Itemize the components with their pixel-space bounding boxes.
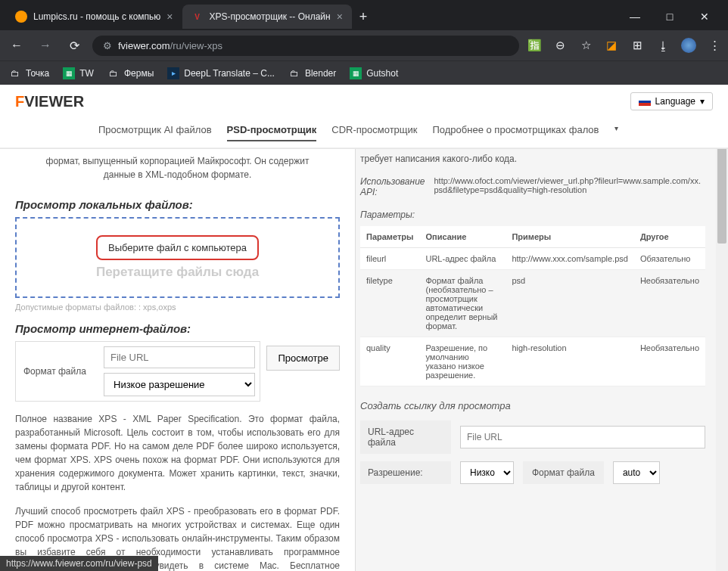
main-left-column: формат, выпущенный корпорацией Майкрософ… — [0, 148, 356, 571]
bookmark-deepl[interactable]: ▸DeepL Translate – C... — [167, 67, 275, 79]
sheet-icon: ▦ — [350, 67, 362, 79]
drag-hint: Перетащите файлы сюда — [32, 265, 323, 280]
view-button[interactable]: Просмотре — [266, 346, 340, 371]
create-link-resolution-select[interactable]: Низко — [460, 461, 514, 484]
window-controls: ― □ ✕ — [618, 5, 722, 29]
url-field-label: URL-адрес файла — [360, 420, 451, 454]
local-files-title: Просмотр локальных файлов: — [15, 198, 340, 211]
chevron-down-icon: ▾ — [700, 96, 705, 107]
minimize-button[interactable]: ― — [618, 5, 652, 29]
resolution-label: Разрешение: — [360, 461, 451, 484]
internet-files-title: Просмотр интернет-файлов: — [15, 322, 340, 335]
bookmark-bar: 🗀Точка ▦TW 🗀Фермы ▸DeepL Translate – C..… — [0, 61, 728, 85]
tab-close-2[interactable]: × — [337, 11, 343, 23]
table-row: qualityРазрешение, по умолчанию указано … — [360, 337, 705, 386]
file-format-label: Формат файла — [16, 366, 99, 377]
bookmark-tw[interactable]: ▦TW — [63, 67, 94, 79]
tab-bar: Lumpics.ru - помощь с компью × V XPS-про… — [0, 0, 728, 30]
bookmark-gutshot[interactable]: ▦Gutshot — [350, 67, 398, 79]
site-settings-icon[interactable]: ⚙ — [103, 40, 112, 51]
nav-cdr-viewer[interactable]: CDR-просмотрщик — [331, 124, 417, 141]
bookmark-tochka[interactable]: 🗀Точка — [9, 67, 49, 79]
translate-icon[interactable]: 🈯 — [527, 38, 542, 53]
browser-tab-2[interactable]: V XPS-просмотрщик -- Онлайн × — [182, 5, 352, 29]
format-label: Формат файла — [523, 461, 604, 484]
api-usage-url: http://www.ofoct.com/viewer/viewer_url.p… — [434, 176, 706, 197]
th-other: Другое — [634, 226, 705, 248]
folder-icon: 🗀 — [107, 67, 120, 79]
choose-file-button[interactable]: Выберите файл с компьютера — [96, 235, 259, 260]
downloads-icon[interactable]: ⭳ — [655, 38, 670, 53]
bookmark-blender[interactable]: 🗀Blender — [288, 67, 336, 79]
folder-icon: 🗀 — [9, 67, 21, 79]
reload-button[interactable]: ⟳ — [64, 35, 85, 56]
create-link-format-select[interactable]: auto — [613, 461, 660, 484]
url-path: /ru/view-xps — [170, 40, 222, 51]
table-row: filetypeФормат файла (необязательно – пр… — [360, 269, 705, 337]
th-desc: Описание — [419, 226, 506, 248]
site-nav: Просмотрщик AI файлов PSD-просмотрщик CD… — [0, 118, 728, 148]
allowed-formats: Допустимые форматы файлов: : xps,oxps — [15, 303, 340, 312]
th-param: Параметры — [360, 226, 419, 248]
maximize-button[interactable]: □ — [652, 5, 687, 29]
flag-ru-icon — [639, 98, 651, 106]
create-link-title: Создать ссылку для просмотра — [360, 386, 705, 420]
site-logo[interactable]: FVIEWER — [15, 93, 84, 110]
forward-button[interactable]: → — [35, 35, 56, 56]
sheet-icon: ▦ — [63, 67, 75, 79]
table-row: fileurlURL-адрес файлаhttp://www.xxx.com… — [360, 247, 705, 269]
nav-psd-viewer[interactable]: PSD-просмотрщик — [227, 124, 317, 141]
folder-icon: 🗀 — [288, 67, 300, 79]
tab-title-2: XPS-просмотрщик -- Онлайн — [210, 11, 331, 22]
menu-icon[interactable]: ⋮ — [707, 38, 722, 53]
tab-favicon-1 — [15, 11, 27, 23]
api-usage-label: Использование API: — [360, 176, 425, 197]
close-window-button[interactable]: ✕ — [687, 5, 722, 29]
tab-close-1[interactable]: × — [166, 11, 173, 23]
new-tab-button[interactable]: + — [352, 9, 375, 25]
nav-ai-viewer[interactable]: Просмотрщик AI файлов — [98, 124, 212, 141]
page-scrollbar[interactable] — [716, 85, 728, 571]
tab-title-1: Lumpics.ru - помощь с компью — [33, 11, 160, 22]
zoom-icon[interactable]: ⊖ — [552, 38, 568, 53]
main-right-column: требует написания какого-либо кода. Испо… — [356, 148, 716, 571]
deepl-icon: ▸ — [167, 67, 179, 79]
bookmark-star-icon[interactable]: ☆ — [578, 38, 593, 53]
params-title: Параметры: — [360, 203, 705, 226]
address-bar: ← → ⟳ ⚙ fviewer.com/ru/view-xps 🈯 ⊖ ☆ ◪ … — [0, 30, 728, 61]
file-url-input[interactable] — [104, 346, 255, 368]
right-top-fragment: требует написания какого-либо кода. — [360, 148, 705, 170]
profile-avatar[interactable] — [681, 38, 696, 53]
th-example: Примеры — [506, 226, 633, 248]
url-input[interactable]: ⚙ fviewer.com/ru/view-xps — [92, 36, 519, 56]
params-table: Параметры Описание Примеры Другое fileur… — [360, 226, 705, 386]
intro-text: формат, выпущенный корпорацией Майкрософ… — [15, 148, 340, 188]
file-dropzone[interactable]: Выберите файл с компьютера Перетащите фа… — [15, 217, 340, 298]
url-host: fviewer.com — [118, 40, 170, 51]
site-header: FVIEWER Language ▾ — [0, 85, 728, 118]
resolution-select[interactable]: Низкое разрешение — [104, 373, 255, 396]
extension-icon[interactable]: ◪ — [604, 38, 619, 53]
nav-more-viewers[interactable]: Подробнее о просмотрщиках фалов — [433, 124, 599, 141]
chevron-down-icon: ▾ — [614, 124, 618, 141]
language-button[interactable]: Language ▾ — [630, 92, 713, 110]
browser-tab-1[interactable]: Lumpics.ru - помощь с компью × — [6, 5, 182, 29]
create-link-url-input[interactable] — [460, 426, 705, 448]
status-bar: https://www.fviewer.com/ru/view-psd — [0, 556, 158, 571]
bookmark-fermy[interactable]: 🗀Фермы — [107, 67, 154, 79]
back-button[interactable]: ← — [6, 35, 27, 56]
extensions-puzzle-icon[interactable]: ⊞ — [630, 38, 645, 53]
tab-favicon-2: V — [191, 11, 204, 23]
description-para-1: Полное название XPS - XML Paper Specific… — [15, 412, 340, 494]
